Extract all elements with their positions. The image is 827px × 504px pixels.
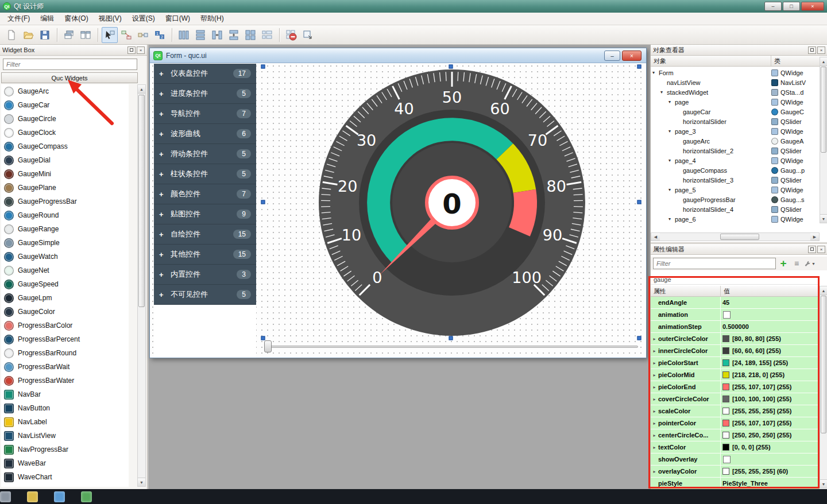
expand-arrow-icon[interactable]: ▾ bbox=[668, 158, 675, 163]
form-titlebar[interactable]: Qt Form - quc.ui – × bbox=[150, 48, 646, 63]
scroll-up-icon[interactable]: ▲ bbox=[820, 57, 827, 66]
menu-item[interactable]: 窗体(O) bbox=[59, 12, 93, 25]
dock-float-button[interactable] bbox=[808, 46, 816, 54]
dock-close-button[interactable]: × bbox=[137, 46, 145, 54]
gauge-arc-widget[interactable]: 01020304050607080901000 bbox=[317, 68, 587, 338]
expand-arrow-icon[interactable]: ▾ bbox=[668, 216, 675, 222]
nav-list-item[interactable]: + 贴图控件 9 bbox=[154, 204, 256, 224]
window-close-button[interactable]: × bbox=[801, 2, 824, 11]
add-dynamic-property-button[interactable]: + bbox=[778, 258, 789, 269]
widget-box-item[interactable]: GaugeWatch bbox=[1, 250, 129, 263]
save-form-button[interactable] bbox=[37, 27, 53, 43]
widget-box-item[interactable]: NavLabel bbox=[1, 415, 129, 429]
object-tree-row[interactable]: navListView NavListV bbox=[651, 77, 820, 87]
property-row[interactable]: ▸ textColor [0, 0, 0] (255) bbox=[651, 441, 820, 453]
layout-horizontal-splitter-button[interactable] bbox=[209, 27, 225, 43]
property-row[interactable]: ▸ innerCircleColor [60, 60, 60] (255) bbox=[651, 345, 820, 357]
dock-float-button[interactable] bbox=[127, 46, 136, 54]
widget-box-item[interactable]: NavProgressBar bbox=[1, 443, 129, 456]
layout-horizontal-button[interactable] bbox=[176, 27, 192, 43]
menu-item[interactable]: 帮助(H) bbox=[195, 12, 229, 25]
window-tile-button[interactable] bbox=[78, 27, 94, 43]
widget-box-item[interactable]: WaveChart bbox=[1, 470, 129, 484]
object-tree-row[interactable]: horizontalSlider_3 QSlider bbox=[651, 175, 820, 185]
object-tree-row[interactable]: horizontalSlider QSlider bbox=[651, 117, 820, 126]
layout-vertical-button[interactable] bbox=[192, 27, 208, 43]
widget-box-item[interactable]: GaugeRound bbox=[1, 208, 129, 222]
nav-list-item[interactable]: + 柱状条控件 5 bbox=[154, 164, 256, 184]
taskbar-item[interactable] bbox=[54, 491, 65, 502]
expand-arrow-icon[interactable]: ▸ bbox=[651, 445, 658, 450]
menu-item[interactable]: 编辑 bbox=[35, 12, 59, 25]
expand-arrow-icon[interactable]: ▸ bbox=[651, 336, 658, 342]
expand-arrow-icon[interactable]: ▾ bbox=[660, 90, 667, 95]
widget-category-header[interactable]: Quc Widgets bbox=[1, 72, 138, 83]
selection-handle-bottom-right[interactable] bbox=[637, 336, 641, 340]
column-class[interactable]: 类 bbox=[771, 56, 827, 66]
widget-box-item[interactable]: GaugeClock bbox=[1, 126, 129, 139]
form-minimize-button[interactable]: – bbox=[604, 51, 620, 61]
adjust-size-button[interactable] bbox=[300, 27, 316, 43]
widget-box-item[interactable]: GaugeProgressBar bbox=[1, 195, 129, 208]
taskbar-item[interactable] bbox=[27, 491, 38, 502]
nav-list-item[interactable]: + 滑动条控件 5 bbox=[154, 144, 256, 164]
expand-arrow-icon[interactable]: ▸ bbox=[651, 397, 658, 402]
edit-signals-slots-button[interactable] bbox=[118, 27, 134, 43]
expand-arrow-icon[interactable]: ▾ bbox=[652, 70, 659, 75]
widget-box-item[interactable]: GaugeCompass bbox=[1, 139, 129, 153]
object-inspector-hscrollbar[interactable]: ◀ ▶ bbox=[651, 232, 820, 241]
expand-arrow-icon[interactable]: ▸ bbox=[651, 360, 658, 366]
form-canvas[interactable]: + 仪表盘控件 17 + 进度条控件 5 + 导航控件 bbox=[150, 63, 646, 358]
widget-box-item[interactable]: GaugeSimple bbox=[1, 236, 129, 250]
nav-list-item[interactable]: + 仪表盘控件 17 bbox=[154, 64, 256, 84]
selection-handle-top-right[interactable] bbox=[637, 65, 641, 69]
widget-box-item[interactable]: NavButton bbox=[1, 401, 129, 415]
scroll-up-icon[interactable]: ▲ bbox=[820, 286, 827, 295]
object-tree-row[interactable]: ▾ Form QWidge bbox=[651, 68, 820, 77]
property-row[interactable]: ▸ pieColorStart [24, 189, 155] (255) bbox=[651, 357, 820, 369]
property-row[interactable]: ▸ pointerColor [255, 107, 107] (255) bbox=[651, 417, 820, 429]
property-row[interactable]: ▸ overlayColor [255, 255, 255] (60) bbox=[651, 466, 820, 478]
configure-button[interactable]: ▼ bbox=[804, 258, 816, 269]
remove-dynamic-property-button[interactable]: ≡ bbox=[791, 258, 802, 269]
nav-list-item[interactable]: + 自绘控件 15 bbox=[154, 224, 256, 245]
dock-close-button[interactable]: × bbox=[817, 246, 825, 253]
widget-box-item[interactable]: GaugeRange bbox=[1, 222, 129, 236]
scroll-right-icon[interactable]: ▶ bbox=[810, 233, 819, 241]
expand-arrow-icon[interactable]: ▸ bbox=[651, 421, 658, 426]
new-form-button[interactable] bbox=[3, 27, 20, 43]
window-maximize-button[interactable]: □ bbox=[783, 2, 800, 11]
object-tree-row[interactable]: ▾ page_6 QWidge bbox=[651, 214, 820, 224]
horizontal-slider-groove[interactable] bbox=[264, 346, 638, 348]
selection-handle-top-center[interactable] bbox=[449, 65, 453, 69]
selection-handle-bottom-center[interactable] bbox=[449, 336, 453, 340]
property-row[interactable]: pieStyle PieStyle_Three bbox=[651, 478, 820, 489]
edit-buddies-button[interactable] bbox=[135, 27, 151, 43]
scrollbar-thumb[interactable] bbox=[821, 67, 826, 153]
scroll-down-icon[interactable]: ▼ bbox=[820, 214, 827, 223]
taskbar-item[interactable] bbox=[81, 491, 92, 502]
object-tree-row[interactable]: horizontalSlider_4 QSlider bbox=[651, 204, 820, 214]
object-inspector-header[interactable]: 对象查看器 × bbox=[651, 45, 827, 56]
object-tree-row[interactable]: ▾ stackedWidget QSta...d bbox=[651, 87, 820, 97]
property-row[interactable]: showOverlay bbox=[651, 453, 820, 466]
column-property[interactable]: 属性 bbox=[651, 286, 721, 296]
nav-list-item[interactable]: + 其他控件 15 bbox=[154, 245, 256, 265]
window-minimize-button[interactable]: – bbox=[764, 2, 782, 11]
widget-box-item[interactable]: GaugeCircle bbox=[1, 112, 129, 126]
widget-box-item[interactable]: GaugeCar bbox=[1, 98, 129, 112]
widget-box-item[interactable]: ProgressBarWater bbox=[1, 374, 129, 387]
property-row[interactable]: ▸ centerCircleCo... [250, 250, 250] (255… bbox=[651, 429, 820, 441]
widget-box-scrollbar[interactable]: ▲ ▼ bbox=[137, 84, 146, 487]
object-tree-row[interactable]: gaugeCompass Gaug...p bbox=[651, 165, 820, 175]
object-tree-row[interactable]: ▾ page QWidge bbox=[651, 97, 820, 107]
widget-box-item[interactable]: WaveBar bbox=[1, 456, 129, 470]
object-inspector-vscrollbar[interactable]: ▲ ▼ bbox=[820, 57, 827, 223]
open-form-button[interactable] bbox=[20, 27, 36, 43]
menu-item[interactable]: 文件(F) bbox=[2, 12, 35, 25]
expand-arrow-icon[interactable]: ▸ bbox=[651, 373, 658, 378]
scroll-down-icon[interactable]: ▼ bbox=[138, 478, 145, 486]
checkbox[interactable] bbox=[723, 456, 731, 463]
os-taskbar[interactable] bbox=[0, 489, 827, 504]
widget-box-item[interactable]: GaugeSpeed bbox=[1, 277, 129, 291]
